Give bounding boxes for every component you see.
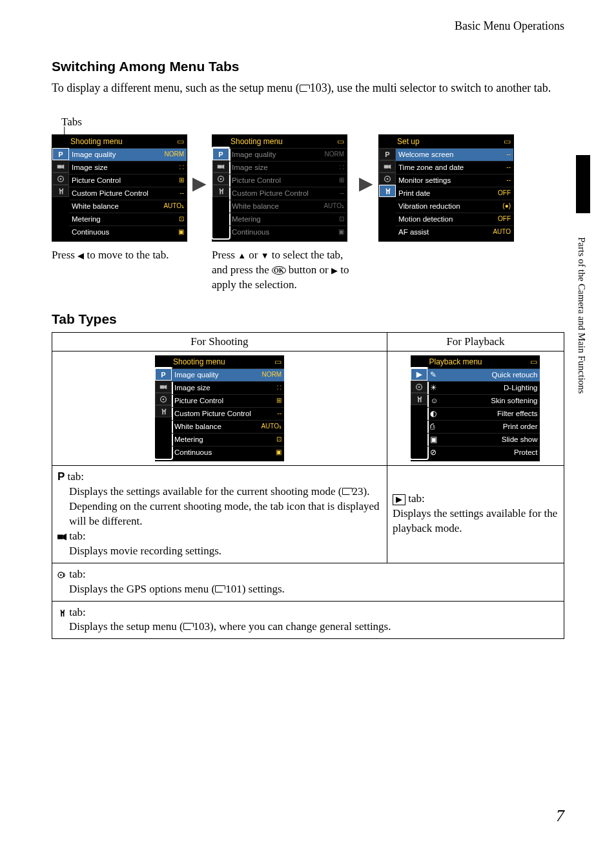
- v: AUTO₁: [261, 422, 282, 432]
- lcd1-items: Image qualityNORM Image size⸬ Picture Co…: [69, 148, 187, 238]
- lcd3-item-2-label: Monitor settings: [398, 176, 451, 185]
- v: ⊞: [276, 396, 282, 406]
- lcd3-item-5-val: OFF: [498, 215, 511, 224]
- lcd3-item-5-label: Motion detection: [398, 215, 453, 224]
- l: Slide show: [502, 435, 538, 445]
- svg-rect-18: [57, 534, 63, 539]
- l: Continuous: [174, 448, 212, 457]
- p-desc-2: Depending on the current shooting mode, …: [69, 500, 380, 527]
- lcd2-tab-gps: [212, 173, 229, 185]
- print-icon: ⎙: [430, 422, 435, 432]
- intro-paragraph: To display a different menu, such as the…: [52, 79, 564, 96]
- heading-tab-types: Tab Types: [52, 311, 564, 327]
- cell-playback-screenshot: Playback menu ▭ ▶ ✎Quick retouch ☀D-Ligh…: [387, 351, 564, 466]
- lcd3-item-3: Print dateOFF: [396, 187, 513, 200]
- tt-shoot-item-3: Custom Picture Control--: [172, 407, 284, 420]
- svg-rect-8: [384, 165, 389, 168]
- movie-desc: Displays movie recording settings.: [69, 544, 382, 559]
- svg-rect-4: [218, 165, 222, 168]
- tt-play-tab-setup: [411, 393, 427, 405]
- p-mode-icon: P: [57, 470, 65, 485]
- tt-shoot-tab-setup: [155, 405, 172, 417]
- v: ⊡: [276, 435, 282, 445]
- lcd3-item-6-label: AF assist: [398, 227, 429, 237]
- lcd2-item-1-label: Image size: [232, 163, 268, 173]
- lcd1-item-3: Custom Picture Control--: [69, 187, 187, 200]
- lcd1-item-6: Continuous▣: [69, 225, 187, 238]
- lcd2-item-5-val: ⊡: [339, 215, 344, 224]
- lcd1-item-5-val: ⊡: [179, 215, 184, 224]
- tt-shoot-tab-p: P: [155, 368, 172, 381]
- lcd2-tab-p: P: [212, 148, 229, 160]
- p-desc-1: Displays the settings available for the …: [69, 485, 342, 498]
- p-desc-ref: 23).: [353, 485, 370, 498]
- lcd1-item-6-val: ▣: [178, 227, 184, 237]
- tt-shoot-tab-gps: [155, 393, 172, 405]
- gps-desc-a: Displays the GPS options menu (: [69, 583, 215, 595]
- svg-marker-9: [389, 164, 391, 169]
- tt-lcd-shooting: Shooting menu ▭ P Image qualityNORM Imag…: [155, 355, 284, 461]
- lcd1-title-text: Shooting menu: [70, 137, 123, 146]
- lcd2-item-4: White balanceAUTO₁: [229, 200, 347, 213]
- tt-shoot-item-5: Metering⊡: [172, 433, 284, 446]
- svg-point-21: [60, 574, 62, 576]
- lcd2-item-3-val: --: [340, 189, 344, 198]
- lcd1-tab-p: P: [52, 148, 69, 160]
- tt-play-item-6: ⊘Protect: [427, 446, 540, 459]
- l: Image quality: [174, 370, 218, 380]
- lcd2-title-text: Shooting menu: [231, 137, 283, 146]
- lcd1-item-2-label: Picture Control: [72, 176, 121, 185]
- screens-row: Shooting menu ▭ P Image qualityNORM Imag…: [52, 134, 564, 292]
- lcd1-item-1-label: Image size: [72, 163, 108, 173]
- tt-play-items: ✎Quick retouch ☀D-Lighting ☺Skin softeni…: [427, 368, 540, 459]
- svg-marker-13: [165, 384, 167, 389]
- lcd1-tab-movie: [52, 160, 69, 173]
- lcd3-item-3-label: Print date: [398, 189, 430, 198]
- svg-point-3: [60, 178, 62, 180]
- tt-play-tabs: ▶: [411, 368, 427, 459]
- manual-ref-icon: [215, 585, 225, 592]
- lcd2-item-3-label: Custom Picture Control: [232, 189, 309, 198]
- right-arrow-icon: ▶: [331, 266, 338, 275]
- cap2-b: or: [246, 249, 261, 261]
- tt-shoot-item-6: Continuous▣: [172, 446, 284, 459]
- lcd2-tab-setup: [212, 185, 229, 197]
- l: Picture Control: [174, 396, 223, 406]
- setup-desc-a: Displays the setup menu (: [69, 620, 183, 633]
- lcd3-tabs: P: [379, 148, 396, 238]
- manual-ref-icon: [300, 85, 310, 92]
- lcd1-item-1: Image size⸬: [69, 161, 187, 174]
- movie-tab-label: tab:: [67, 530, 86, 542]
- lcd3-item-4: Vibration reduction(●): [396, 200, 513, 213]
- lcd1-item-0-label: Image quality: [72, 150, 116, 160]
- lcd1-item-2-val: ⊞: [179, 176, 184, 185]
- lcd1-tabs: P: [52, 148, 69, 238]
- lcd3-item-0: Welcome screen--: [396, 148, 513, 161]
- play-desc: Displays the settings available for the …: [393, 507, 557, 534]
- svg-marker-1: [62, 164, 65, 169]
- l: D-Lighting: [504, 383, 537, 393]
- right-arrow-icon: ▶: [359, 173, 373, 194]
- side-tab-marker: [576, 155, 590, 213]
- filter-icon: ◐: [430, 409, 436, 419]
- gps-icon: [57, 567, 67, 582]
- cell-playback-desc: ▶ tab: Displays the settings available f…: [387, 466, 564, 563]
- lcd3-title: Set up ▭: [379, 135, 513, 148]
- tt-lcd-playback: Playback menu ▭ ▶ ✎Quick retouch ☀D-Ligh…: [411, 355, 540, 461]
- lcd2-item-6-val: ▣: [338, 227, 344, 237]
- page-section-header: Basic Menu Operations: [52, 19, 564, 33]
- cap2-d: button or: [286, 264, 331, 276]
- tt-lcd-shoot-title-text: Shooting menu: [173, 357, 225, 366]
- cap1-a: Press: [52, 249, 77, 261]
- screen-1-column: Shooting menu ▭ P Image qualityNORM Imag…: [52, 134, 187, 263]
- lcd2-item-0-val: NORM: [324, 150, 344, 160]
- lcd2-item-2-val: ⊞: [339, 176, 344, 185]
- cap2-a: Press: [212, 249, 238, 261]
- tt-play-tab-gps: [411, 381, 427, 393]
- lcd2-item-0: Image qualityNORM: [229, 148, 347, 161]
- cell-shooting-screenshot: Shooting menu ▭ P Image qualityNORM Imag…: [52, 351, 387, 466]
- lcd3-item-0-label: Welcome screen: [398, 150, 453, 160]
- battery-icon: ▭: [337, 137, 344, 146]
- intro-text-1: To display a different menu, such as the…: [52, 81, 300, 94]
- lcd3-title-text: Set up: [397, 137, 420, 146]
